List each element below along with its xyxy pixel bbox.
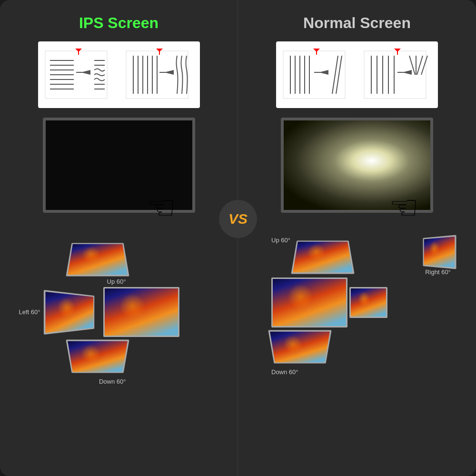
normal-up-screen (291, 241, 354, 274)
ips-center-screen (103, 287, 179, 337)
ips-title: IPS Screen (79, 14, 159, 32)
ips-down-label: Down 60° (69, 378, 126, 385)
normal-hand-icon: ☞ (389, 188, 419, 227)
ips-molecule-diagram (38, 41, 200, 108)
normal-molecule-diagram (276, 41, 438, 108)
ips-hand-icon: ☞ (146, 188, 176, 227)
ips-viewing-angles: Up 60° Left 60° Down 60° (19, 239, 219, 385)
normal-monitor-section: ☞ (276, 118, 438, 227)
normal-down-label: Down 60° (271, 368, 328, 376)
ips-up-label: Up 60° (69, 278, 126, 285)
ips-left-screen (44, 289, 94, 334)
normal-right-screen (423, 235, 456, 269)
normal-panel: Normal Screen (238, 0, 476, 476)
ips-left-label: Left 60° (19, 308, 40, 316)
vs-circle: VS (219, 200, 257, 238)
vs-text: VS (228, 211, 248, 227)
normal-center-screen (271, 278, 347, 327)
ips-down-screen (66, 340, 129, 373)
main-container: IPS Screen (0, 0, 476, 476)
ips-panel: IPS Screen (0, 0, 238, 476)
ips-up-screen (66, 243, 129, 277)
normal-up-label-left: Up 60° (271, 237, 290, 276)
normal-title: Normal Screen (303, 14, 411, 32)
ips-monitor-section: ☞ (38, 118, 200, 227)
normal-right-label: Right 60° (425, 268, 451, 276)
normal-down-screen (268, 330, 331, 364)
normal-right-small-screen (349, 287, 387, 318)
svg-rect-27 (283, 51, 345, 99)
svg-rect-39 (364, 51, 426, 99)
normal-viewing-angles: Up 60° Right 60° Down 60° (257, 237, 457, 376)
